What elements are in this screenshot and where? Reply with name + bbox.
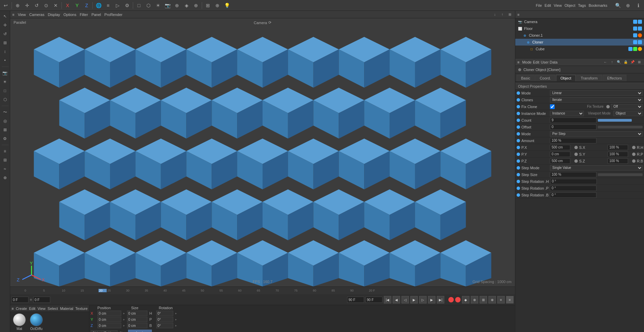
- left-extra-icon[interactable]: ≈: [1, 165, 9, 173]
- y-axis-icon[interactable]: Y: [73, 1, 82, 10]
- sphere-icon[interactable]: ⬡: [144, 1, 153, 10]
- go-start-btn[interactable]: |◀: [384, 296, 391, 303]
- left-tool-icon[interactable]: ↕: [1, 48, 9, 56]
- sx-field[interactable]: [608, 145, 628, 150]
- stepsize-field[interactable]: [550, 172, 596, 177]
- viewport-menu-display[interactable]: Display: [48, 13, 60, 17]
- object-row-cloner1[interactable]: ⊕ Cloner.1: [515, 32, 644, 39]
- rot-b-field[interactable]: [156, 323, 173, 328]
- material-menu-texture[interactable]: Texture: [75, 307, 88, 311]
- count-field[interactable]: [550, 118, 596, 123]
- light-icon[interactable]: ☀: [154, 1, 162, 10]
- fps-display-btn[interactable]: ≡: [506, 296, 514, 303]
- tick-20[interactable]: 20: [99, 289, 107, 292]
- viewport[interactable]: Parallel Camera ⟳ Cubes rendered via pol…: [10, 18, 515, 286]
- mode-select[interactable]: Linear Grid Array Radial Object: [550, 90, 643, 96]
- size-z-field[interactable]: [127, 323, 147, 328]
- timeline-mode-btn[interactable]: ⊞: [480, 296, 487, 303]
- record-btn[interactable]: [448, 297, 454, 302]
- clones-select[interactable]: Iterate Random Blend: [550, 97, 643, 103]
- info-icon[interactable]: ℹ: [634, 1, 643, 10]
- timeline-settings-btn[interactable]: ≡: [497, 296, 505, 303]
- offset-field[interactable]: [550, 124, 596, 130]
- props-toolbar-edit[interactable]: Edit: [533, 60, 539, 64]
- left-camera-icon[interactable]: 📷: [1, 69, 9, 77]
- left-point-icon[interactable]: •: [1, 56, 9, 65]
- transform-icon[interactable]: ⊙: [42, 1, 51, 10]
- steproth-field[interactable]: [550, 179, 597, 184]
- settings-icon[interactable]: ⚙: [123, 1, 131, 10]
- array-icon[interactable]: ⊕: [173, 1, 181, 10]
- object-row-camera[interactable]: 📷 Camera: [515, 18, 644, 25]
- left-mesh-icon[interactable]: ⬡: [1, 95, 9, 104]
- world-icon[interactable]: 🌐: [94, 1, 103, 10]
- menu-object[interactable]: Object: [565, 3, 575, 7]
- z-axis-icon[interactable]: Z: [82, 1, 91, 10]
- object-row-cloner[interactable]: ⊕ Cloner: [515, 39, 644, 46]
- menu-tags[interactable]: Tags: [578, 3, 586, 7]
- filter-icon[interactable]: ⊕: [624, 1, 632, 10]
- tab-object[interactable]: Object: [556, 75, 576, 81]
- pz-field[interactable]: [550, 158, 570, 164]
- viewport-menu-prorender[interactable]: ProRender: [104, 13, 122, 17]
- end-frame-field[interactable]: [347, 297, 364, 303]
- left-obj-icon[interactable]: □: [1, 87, 9, 95]
- timeline-icon[interactable]: ≡: [104, 1, 112, 10]
- sy-field[interactable]: [608, 152, 628, 157]
- left-select-icon[interactable]: ↖: [1, 12, 9, 20]
- material-icon[interactable]: ◈: [182, 1, 191, 10]
- menu-file[interactable]: File: [536, 3, 542, 7]
- pos-x-field[interactable]: [97, 311, 121, 316]
- prev-key-btn[interactable]: ◁: [401, 296, 409, 303]
- props-up-btn[interactable]: ↑: [609, 59, 615, 65]
- offset-slider[interactable]: [598, 126, 643, 128]
- play-icon[interactable]: ▷: [113, 1, 122, 10]
- bulb-icon[interactable]: 💡: [222, 1, 231, 10]
- amount-field[interactable]: [550, 138, 596, 143]
- left-rotate-icon[interactable]: ↺: [1, 30, 9, 38]
- go-end-btn[interactable]: ▶|: [437, 296, 444, 303]
- stepmode-select[interactable]: Single Value Per Axis: [550, 165, 643, 171]
- material-octdiffu[interactable]: OctDiffu: [30, 313, 43, 331]
- render-icon[interactable]: ⊕: [192, 1, 200, 10]
- py-field[interactable]: [550, 152, 570, 157]
- material-menu-create[interactable]: Create: [16, 307, 27, 311]
- menu-edit[interactable]: Edit: [544, 3, 551, 7]
- next-key-btn[interactable]: ▷: [419, 296, 427, 303]
- viewport-menu-view[interactable]: View: [18, 13, 26, 17]
- tab-transform[interactable]: Transform: [576, 75, 602, 81]
- menu-view[interactable]: View: [554, 3, 562, 7]
- cube-icon[interactable]: □: [135, 1, 143, 10]
- coord-mode-select[interactable]: Object (Rel.) World: [91, 330, 118, 332]
- grid-icon[interactable]: ⊞: [203, 1, 212, 10]
- size-x-field[interactable]: [127, 311, 147, 316]
- pos-y-field[interactable]: [97, 317, 121, 322]
- material-mat[interactable]: Mat: [13, 313, 26, 331]
- timeline-extra-btn[interactable]: ⊕: [488, 296, 496, 303]
- menu-bookmarks[interactable]: Bookmarks: [589, 3, 607, 7]
- rot-p-field[interactable]: [156, 317, 173, 322]
- material-menu-select[interactable]: Select: [48, 307, 58, 311]
- left-scale-icon[interactable]: ⊞: [1, 39, 9, 47]
- left-light-icon[interactable]: ☀: [1, 78, 9, 86]
- fix-texture-select[interactable]: Off On: [611, 104, 643, 109]
- material-menu-edit[interactable]: Edit: [29, 307, 35, 311]
- steprotp-field[interactable]: [550, 186, 596, 191]
- left-deform-icon[interactable]: ⊠: [1, 126, 9, 134]
- vp-btn1[interactable]: ↓: [492, 12, 498, 18]
- props-pin-btn[interactable]: 📌: [630, 59, 635, 65]
- more-icon[interactable]: ⊕: [213, 1, 222, 10]
- viewport-menu-icon[interactable]: ≡: [12, 13, 14, 17]
- fps-input-field[interactable]: [365, 297, 382, 303]
- props-lock-btn[interactable]: 🔒: [623, 59, 628, 65]
- timeline-options-btn[interactable]: ⊕: [471, 296, 478, 303]
- vp-btn3[interactable]: ⊞: [507, 12, 513, 18]
- frame-input-field[interactable]: [33, 297, 50, 303]
- move-icon[interactable]: ⊕: [13, 1, 22, 10]
- left-generate-icon[interactable]: ⚙: [1, 135, 9, 143]
- apply-button[interactable]: Apply: [128, 330, 152, 332]
- left-plug-icon[interactable]: ⊕: [1, 174, 9, 182]
- material-menu-view[interactable]: View: [37, 307, 46, 311]
- auto-key-btn[interactable]: [455, 297, 461, 302]
- keyframe-btn[interactable]: ◆: [462, 296, 469, 303]
